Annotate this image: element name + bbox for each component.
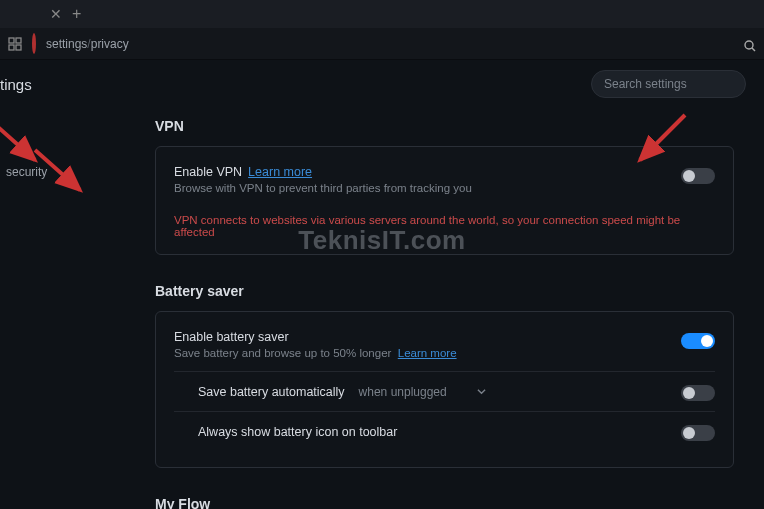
svg-point-4 bbox=[745, 41, 753, 49]
enable-battery-label: Enable battery saver bbox=[174, 330, 289, 344]
battery-subtitle: Save battery and browse up to 50% longer bbox=[174, 347, 391, 359]
close-tab-icon[interactable]: ✕ bbox=[50, 6, 62, 22]
chevron-down-icon bbox=[477, 387, 486, 396]
vpn-card: Enable VPN Learn more Browse with VPN to… bbox=[155, 146, 734, 255]
enable-vpn-toggle[interactable] bbox=[681, 168, 715, 184]
svg-rect-3 bbox=[16, 45, 21, 50]
address-bar: settings/privacy bbox=[0, 28, 764, 60]
svg-line-5 bbox=[752, 48, 755, 51]
battery-section-title: Battery saver bbox=[155, 283, 734, 299]
new-tab-icon[interactable]: + bbox=[72, 5, 81, 23]
opera-icon bbox=[32, 35, 36, 53]
svg-rect-1 bbox=[16, 38, 21, 43]
sidebar-item-security[interactable]: security bbox=[0, 158, 120, 186]
svg-rect-0 bbox=[9, 38, 14, 43]
settings-sidebar: security bbox=[0, 108, 120, 509]
enable-vpn-label: Enable VPN bbox=[174, 165, 242, 179]
page-title: tings bbox=[0, 76, 32, 93]
vpn-section-title: VPN bbox=[155, 118, 734, 134]
search-icon[interactable] bbox=[744, 38, 756, 50]
vpn-subtitle: Browse with VPN to prevent third parties… bbox=[174, 182, 472, 194]
tab-bar: ✕ + bbox=[0, 0, 764, 28]
save-battery-auto-toggle[interactable] bbox=[681, 385, 715, 401]
battery-icon-toolbar-toggle[interactable] bbox=[681, 425, 715, 441]
battery-card: Enable battery saver Save battery and br… bbox=[155, 311, 734, 468]
battery-icon-toolbar-label: Always show battery icon on toolbar bbox=[198, 425, 397, 439]
settings-content: VPN Enable VPN Learn more Browse with VP… bbox=[120, 108, 764, 509]
vpn-warning-text: VPN connects to websites via various ser… bbox=[174, 214, 715, 238]
speed-dial-icon[interactable] bbox=[8, 37, 22, 51]
settings-header: tings Search settings bbox=[0, 60, 764, 108]
myflow-section-title: My Flow bbox=[155, 496, 734, 509]
battery-learn-more-link[interactable]: Learn more bbox=[398, 347, 457, 359]
address-text[interactable]: settings/privacy bbox=[46, 37, 129, 51]
save-battery-auto-select[interactable]: when unplugged bbox=[359, 385, 486, 399]
enable-battery-toggle[interactable] bbox=[681, 333, 715, 349]
save-battery-auto-label: Save battery automatically bbox=[198, 385, 345, 399]
search-settings-input[interactable]: Search settings bbox=[591, 70, 746, 98]
svg-rect-2 bbox=[9, 45, 14, 50]
vpn-learn-more-link[interactable]: Learn more bbox=[248, 165, 312, 179]
